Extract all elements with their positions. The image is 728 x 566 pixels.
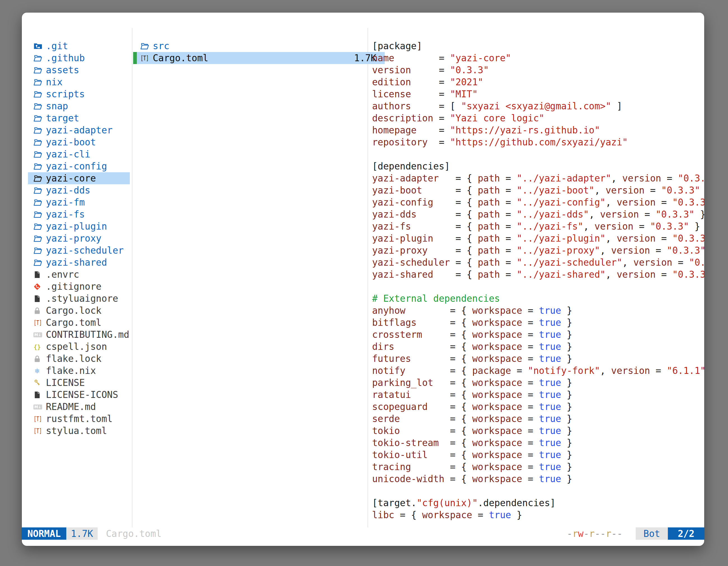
sidebar-item-snap[interactable]: snap: [28, 100, 130, 112]
preview-line: description = "Yazi core logic": [372, 112, 704, 124]
current-item-Cargo.toml[interactable]: [T]Cargo.toml1.7K: [133, 52, 385, 64]
sidebar-item-yazi-config[interactable]: yazi-config: [28, 160, 130, 172]
sidebar-item-assets[interactable]: assets: [28, 64, 130, 76]
preview-line: scopeguard = { workspace = true }: [372, 401, 704, 413]
preview-line: parking_lot = { workspace = true }: [372, 377, 704, 389]
preview-line: yazi-shared = { path = "../yazi-shared",…: [372, 269, 704, 281]
current-item-src[interactable]: src: [133, 40, 385, 52]
file-permissions: -rw-r--r--: [567, 527, 623, 540]
pane-separator-left: [132, 28, 133, 531]
preview-line: tokio = { workspace = true }: [372, 425, 704, 437]
sidebar-item-cspell.json[interactable]: {}cspell.json: [28, 340, 130, 353]
sidebar-item-rustfmt.toml[interactable]: [T]rustfmt.toml: [28, 413, 130, 425]
sidebar-item-yazi-cli[interactable]: yazi-cli: [28, 148, 130, 160]
sidebar-item-nix[interactable]: nix: [28, 76, 130, 88]
sidebar-item-.envrc[interactable]: .envrc: [28, 269, 130, 281]
file-name: LICENSE-ICONS: [46, 389, 118, 400]
preview-line: [372, 281, 704, 292]
folder-icon: [33, 222, 46, 231]
folder-name: yazi-adapter: [46, 125, 112, 136]
sidebar-item-yazi-fm[interactable]: yazi-fm: [28, 196, 130, 208]
sidebar-item-CONTRIBUTING.md[interactable]: M↓CONTRIBUTING.md: [28, 328, 130, 340]
sidebar-item-README.md[interactable]: M↓README.md: [28, 401, 130, 413]
folder-name: target: [46, 113, 79, 124]
folder-icon: [33, 102, 46, 111]
preview-line: unicode-width = { workspace = true }: [372, 473, 704, 485]
sidebar-item-yazi-scheduler[interactable]: yazi-scheduler: [28, 245, 130, 257]
sidebar-item-Cargo.lock[interactable]: Cargo.lock: [28, 304, 130, 316]
preview-line: yazi-fs = { path = "../yazi-fs", version…: [372, 220, 704, 233]
mode-badge: NORMAL: [22, 527, 66, 540]
folder-icon: [33, 174, 46, 183]
preview-line: yazi-scheduler = { path = "../yazi-sched…: [372, 257, 704, 269]
svg-text:[T]: [T]: [34, 415, 42, 422]
folder-icon: [33, 126, 46, 135]
permission-char: -: [567, 528, 572, 539]
folder-icon: [33, 162, 46, 171]
sidebar-item-yazi-fs[interactable]: yazi-fs: [28, 208, 130, 220]
sidebar-item-yazi-dds[interactable]: yazi-dds: [28, 184, 130, 196]
file-name: flake.lock: [46, 353, 102, 364]
svg-text:❄: ❄: [34, 367, 40, 375]
parent-directory-pane[interactable]: .git.githubassetsnixscriptssnaptargetyaz…: [28, 40, 130, 437]
sidebar-item-yazi-core[interactable]: yazi-core: [28, 172, 130, 184]
preview-line: [dependencies]: [372, 160, 704, 172]
pane-separator-right: [367, 28, 368, 531]
file-name: stylua.toml: [46, 425, 107, 436]
preview-line: edition = "2021": [372, 76, 704, 88]
sidebar-item-target[interactable]: target: [28, 112, 130, 124]
folder-name: snap: [46, 101, 68, 112]
preview-line: libc = { workspace = true }: [372, 509, 704, 521]
sidebar-item-flake.lock[interactable]: flake.lock: [28, 353, 130, 365]
file-name: Cargo.lock: [46, 305, 102, 316]
preview-line: yazi-dds = { path = "../yazi-dds", versi…: [372, 208, 704, 220]
svg-text:{}: {}: [34, 343, 41, 350]
sidebar-item-.gitignore[interactable]: .gitignore: [28, 281, 130, 292]
preview-line: yazi-plugin = { path = "../yazi-plugin",…: [372, 233, 704, 245]
folder-icon: [33, 78, 46, 87]
sidebar-item-yazi-adapter[interactable]: yazi-adapter: [28, 124, 130, 136]
folder-icon: [33, 90, 46, 99]
sidebar-item-.styluaignore[interactable]: .styluaignore: [28, 292, 130, 304]
toml-icon: [T]: [33, 318, 46, 327]
preview-line: [target."cfg(unix)".dependencies]: [372, 497, 704, 509]
file-name: .gitignore: [46, 281, 102, 292]
folder-name: yazi-core: [46, 173, 96, 184]
sidebar-item-yazi-shared[interactable]: yazi-shared: [28, 257, 130, 269]
svg-text:M↓: M↓: [34, 333, 41, 337]
preview-line: tokio-util = { workspace = true }: [372, 449, 704, 461]
sidebar-item-.git[interactable]: .git: [28, 40, 130, 52]
file-preview-pane: [package]name = "yazi-core"version = "0.…: [372, 40, 704, 527]
sidebar-item-yazi-plugin[interactable]: yazi-plugin: [28, 220, 130, 233]
permission-char: --: [595, 528, 606, 539]
current-directory-pane[interactable]: src[T]Cargo.toml1.7K: [133, 40, 385, 64]
permission-char: -: [584, 528, 589, 539]
folder-icon: [33, 246, 46, 255]
folder-name: yazi-shared: [46, 257, 107, 268]
sidebar-item-yazi-boot[interactable]: yazi-boot: [28, 136, 130, 148]
toml-icon: [T]: [33, 414, 46, 424]
sidebar-item-flake.nix[interactable]: ❄flake.nix: [28, 365, 130, 377]
folder-name: yazi-scheduler: [46, 245, 124, 256]
sidebar-item-yazi-proxy[interactable]: yazi-proxy: [28, 233, 130, 245]
preview-line: ratatui = { workspace = true }: [372, 389, 704, 401]
folder-name: yazi-dds: [46, 185, 90, 196]
cursor-counter-badge: 2/2: [668, 527, 704, 540]
preview-line: serde = { workspace = true }: [372, 413, 704, 425]
file-name: CONTRIBUTING.md: [46, 329, 129, 340]
sidebar-item-LICENSE-ICONS[interactable]: LICENSE-ICONS: [28, 389, 130, 401]
preview-line: yazi-adapter = { path = "../yazi-adapter…: [372, 172, 704, 184]
file-name: LICENSE: [46, 377, 85, 388]
preview-line: repository = "https://github.com/sxyazi/…: [372, 136, 704, 148]
file-icon: [33, 294, 46, 303]
sidebar-item-LICENSE[interactable]: LICENSE: [28, 377, 130, 389]
folder-name: yazi-cli: [46, 149, 90, 160]
sidebar-item-scripts[interactable]: scripts: [28, 88, 130, 100]
folder-name: assets: [46, 65, 79, 76]
lock-icon: [33, 306, 46, 315]
file-name: flake.nix: [46, 365, 96, 376]
sidebar-item-Cargo.toml[interactable]: [T]Cargo.toml: [28, 316, 130, 328]
sidebar-item-stylua.toml[interactable]: [T]stylua.toml: [28, 425, 130, 437]
folder-name: src: [153, 41, 170, 51]
sidebar-item-.github[interactable]: .github: [28, 52, 130, 64]
